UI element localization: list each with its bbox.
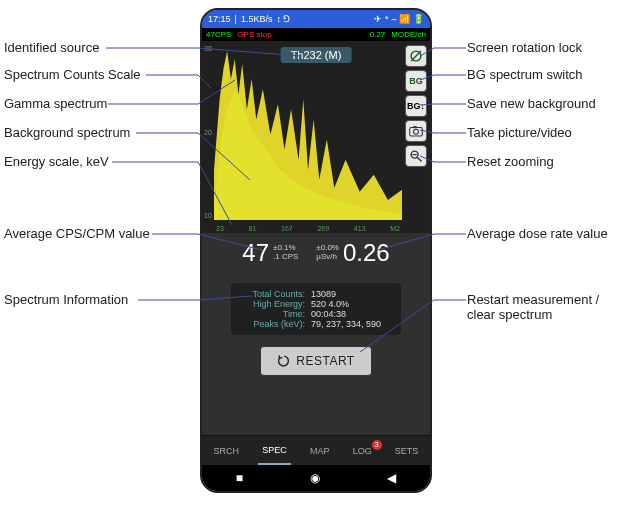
ann-bg-spectrum: Background spectrum	[4, 125, 130, 140]
metrics-row: 47 ±0.1% .1 CPS ±0.0% µSv/h 0.26	[202, 233, 430, 273]
status-icons-left: ↕ ⅁	[276, 14, 290, 24]
energy-scale: 23 81 167 269 413 M2	[216, 225, 400, 232]
ann-picture: Take picture/video	[467, 125, 572, 140]
nav-back-icon[interactable]: ◀	[387, 471, 396, 485]
counts-scale: 30 20 10	[204, 45, 212, 219]
gps-stop: GPS stop	[237, 30, 271, 39]
status-net: 1.5KB/s	[241, 14, 273, 24]
chart-toolbar: BG BG↓	[405, 45, 427, 167]
tab-settings[interactable]: SETS	[391, 438, 423, 464]
cps-value: 47	[242, 239, 269, 267]
ann-gamma: Gamma spectrum	[4, 96, 107, 111]
rotation-lock-button[interactable]	[405, 45, 427, 67]
info-high-energy: 520 4.0%	[311, 299, 349, 309]
gps-cps: 47CPS	[206, 30, 231, 39]
restart-button[interactable]: RESTART	[261, 347, 371, 375]
dose-detail: ±0.0% µSv/h	[316, 244, 339, 262]
info-time: 00:04:38	[311, 309, 346, 319]
ann-avg-cps: Average CPS/CPM value	[4, 226, 150, 241]
restart-icon	[277, 354, 291, 368]
nav-home-icon[interactable]: ◉	[310, 471, 320, 485]
cps-detail: ±0.1% .1 CPS	[273, 244, 298, 262]
gps-dose: 0.27	[370, 30, 386, 39]
ann-energy-scale: Energy scale, keV	[4, 154, 109, 169]
ann-spec-info: Spectrum Information	[4, 292, 128, 307]
system-nav: ■ ◉ ◀	[202, 465, 430, 491]
restart-label: RESTART	[296, 354, 354, 368]
identified-source[interactable]: Th232 (M)	[281, 47, 352, 63]
gps-bar: 47CPS GPS stop 0.27 MODE/ch	[202, 28, 430, 41]
info-peaks: 79, 237, 334, 590	[311, 319, 381, 329]
tab-search[interactable]: SRCH	[210, 438, 244, 464]
ann-reset-zoom: Reset zooming	[467, 154, 554, 169]
bg-switch-button[interactable]: BG	[405, 70, 427, 92]
spectrum-area	[214, 49, 402, 220]
reset-zoom-button[interactable]	[405, 145, 427, 167]
ann-rotation-lock: Screen rotation lock	[467, 40, 582, 55]
dose-value: 0.26	[343, 239, 390, 267]
ann-identified-source: Identified source	[4, 40, 99, 55]
ann-save-bg: Save new background	[467, 96, 596, 111]
app-screen: 17:15 | 1.5KB/s ↕ ⅁ ✈ * ⌢ 📶 🔋 47CPS GPS …	[202, 10, 430, 491]
gps-mode: MODE/ch	[391, 30, 426, 39]
status-time: 17:15	[208, 14, 231, 24]
bottom-tabs: SRCH SPEC MAP LOG3 SETS	[202, 435, 430, 465]
ann-restart: Restart measurement / clear spectrum	[467, 292, 599, 322]
tab-spectrum[interactable]: SPEC	[258, 437, 291, 465]
svg-point-3	[414, 129, 419, 134]
spectrum-chart[interactable]: 30 20 10 23 81 167 269 413 M2 Th232 (M)	[202, 41, 430, 233]
svg-rect-4	[413, 126, 417, 128]
statusbar: 17:15 | 1.5KB/s ↕ ⅁ ✈ * ⌢ 📶 🔋	[202, 10, 430, 28]
nav-recent-icon[interactable]: ■	[236, 471, 243, 485]
status-icons-right: ✈ * ⌢ 📶 🔋	[374, 14, 424, 25]
ann-counts-scale: Spectrum Counts Scale	[4, 67, 141, 82]
info-total-counts: 13089	[311, 289, 336, 299]
ann-bg-switch: BG spectrum switch	[467, 67, 583, 82]
spectrum-info: Total Counts:13089 High Energy:520 4.0% …	[231, 283, 401, 335]
log-badge: 3	[372, 440, 382, 450]
ann-avg-dose: Average dose rate value	[467, 226, 608, 241]
camera-button[interactable]	[405, 120, 427, 142]
phone-frame: 17:15 | 1.5KB/s ↕ ⅁ ✈ * ⌢ 📶 🔋 47CPS GPS …	[200, 8, 432, 493]
tab-log[interactable]: LOG3	[349, 438, 376, 464]
save-bg-button[interactable]: BG↓	[405, 95, 427, 117]
svg-line-6	[417, 157, 421, 161]
tab-map[interactable]: MAP	[306, 438, 334, 464]
gamma-spectrum	[214, 51, 402, 220]
